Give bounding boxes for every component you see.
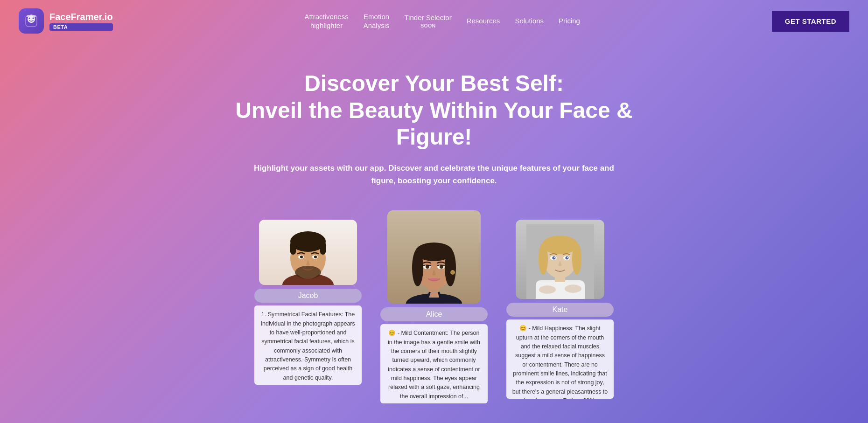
svg-point-2 xyxy=(33,18,34,19)
svg-point-1 xyxy=(29,18,30,19)
cards-row: Jacob 1. Symmetrical Facial Features: Th… xyxy=(0,206,868,413)
profile-card-kate: Kate 😊 - Mild Happiness: The slight uptu… xyxy=(506,220,614,399)
svg-point-16 xyxy=(314,256,317,258)
kate-analysis-text: 😊 - Mild Happiness: The slight upturn at… xyxy=(512,325,608,399)
hero-title: Discover Your Best Self:Unveil the Beaut… xyxy=(224,70,644,151)
kate-photo xyxy=(516,220,604,299)
site-title: FaceFramer.io xyxy=(49,11,113,22)
svg-point-12 xyxy=(295,266,321,279)
nav-solutions[interactable]: Solutions xyxy=(515,16,544,26)
alice-analysis[interactable]: 😊 - Mild Contentment: The person in the … xyxy=(380,324,488,403)
svg-point-25 xyxy=(450,270,455,275)
svg-point-45 xyxy=(567,257,568,258)
nav-tinder[interactable]: Tinder Selector SOON xyxy=(405,13,452,29)
jacob-analysis[interactable]: 1. Symmetrical Facial Features: The indi… xyxy=(254,305,362,385)
svg-point-39 xyxy=(572,243,581,275)
svg-point-33 xyxy=(539,285,556,294)
svg-point-34 xyxy=(565,284,581,293)
kate-name-bar: Kate xyxy=(506,303,614,317)
nav-right: GET STARTED xyxy=(772,11,849,32)
svg-point-44 xyxy=(554,257,555,258)
logo-area: FaceFramer.io BETA xyxy=(19,8,113,34)
beta-badge: BETA xyxy=(49,23,113,31)
hero-subtitle: Highlight your assets with our app. Disc… xyxy=(252,162,616,187)
logo-icon xyxy=(19,8,44,34)
profile-card-jacob: Jacob 1. Symmetrical Facial Features: Th… xyxy=(254,220,362,385)
svg-point-15 xyxy=(300,256,303,258)
jacob-name: Jacob xyxy=(298,291,318,299)
alice-name: Alice xyxy=(426,310,442,318)
alice-analysis-text: 😊 - Mild Contentment: The person in the … xyxy=(388,330,480,400)
svg-point-43 xyxy=(565,257,568,260)
kate-name: Kate xyxy=(553,305,568,313)
nav-emotion[interactable]: Emotion Analysis xyxy=(364,12,390,30)
svg-rect-11 xyxy=(320,242,326,255)
alice-photo xyxy=(387,210,481,304)
nav-attractiveness[interactable]: Attractiveness highlighter xyxy=(304,12,348,30)
jacob-analysis-text: 1. Symmetrical Facial Features: The indi… xyxy=(260,311,356,385)
nav-resources[interactable]: Resources xyxy=(467,16,500,26)
svg-rect-10 xyxy=(290,242,296,255)
navbar: FaceFramer.io BETA Attractiveness highli… xyxy=(0,0,868,42)
profile-card-alice: Alice 😊 - Mild Contentment: The person i… xyxy=(380,210,488,403)
svg-point-0 xyxy=(28,15,35,23)
kate-analysis[interactable]: 😊 - Mild Happiness: The slight upturn at… xyxy=(506,319,614,399)
soon-tag: SOON xyxy=(420,22,435,29)
svg-point-42 xyxy=(552,257,555,260)
alice-name-bar: Alice xyxy=(380,307,488,321)
logo-text-area: FaceFramer.io BETA xyxy=(49,11,113,31)
svg-point-38 xyxy=(539,243,548,275)
nav-pricing[interactable]: Pricing xyxy=(559,16,580,26)
jacob-photo xyxy=(259,220,357,285)
hero-section: Discover Your Best Self:Unveil the Beaut… xyxy=(0,42,868,206)
get-started-button[interactable]: GET STARTED xyxy=(772,11,849,32)
jacob-name-bar: Jacob xyxy=(254,289,362,303)
nav-center: Attractiveness highlighter Emotion Analy… xyxy=(304,12,580,30)
